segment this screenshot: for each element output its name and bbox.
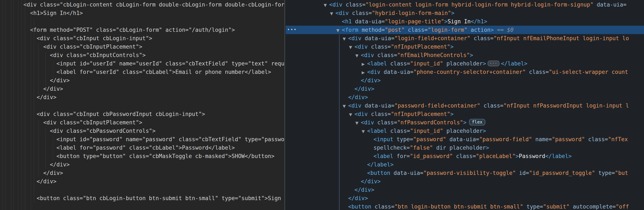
collapse-arrow-icon[interactable]: ▼ [330,9,336,18]
syntax-token-eq: = [605,136,608,142]
syntax-token-attr: placeholder [443,128,483,134]
dom-tree-row[interactable]: ▶<div data-uia="phone-country-selector+c… [286,68,644,76]
code-line [0,102,284,110]
syntax-token-tag: <div [354,44,368,50]
indent-guide [31,0,31,210]
syntax-token-attr: method [358,27,382,33]
show-more-icon[interactable]: ••• [287,26,297,34]
syntax-token-val: "hybrid-login-form-main" [372,10,451,16]
dom-tree-row[interactable]: <label for="id_password" class="placeLab… [286,152,644,160]
collapse-arrow-icon[interactable]: ▼ [349,110,354,119]
syntax-token-tag: > [463,119,466,126]
dom-tree-row[interactable]: ▼<div class="nfEmailPhoneControls"> [286,51,644,59]
syntax-token-eq: = [407,60,410,67]
syntax-token-attr: type [595,170,612,176]
syntax-token-tag: > [483,128,486,134]
dom-tree-row[interactable]: </div> [286,85,644,93]
dom-tree-row[interactable]: ▼<label class="input_id" placeholder> [286,127,644,135]
expand-arrow-icon[interactable]: ▶ [362,68,367,77]
dom-tree-row[interactable]: <button class="btn login-button btn-subm… [286,203,644,210]
dom-tree-row[interactable]: ▼<div class="nfInputPlacement"> [286,110,644,118]
syntax-token-tag: <div [348,35,362,41]
syntax-token-attr: data-uia [593,1,623,8]
syntax-token-tag: > [490,27,494,33]
dom-tree-row[interactable]: ▼<div class="nfInputPlacement"> [286,42,644,51]
syntax-token-val: "placeLabel" [476,153,516,159]
dom-tree-row[interactable]: </div> [286,186,644,194]
dom-tree-row[interactable]: </div> [286,177,644,186]
source-code-pane[interactable]: <div class="cbLogin-content cbLogin-form… [0,0,285,210]
dom-tree-row[interactable]: ▼<form method="post" class="login-form" … [286,26,644,34]
syntax-token-attr: name [532,136,548,142]
code-line: <input id="userId" name="userId" class="… [0,59,284,68]
dom-tree-row[interactable]: ▼<div class="login-content login-form hy… [286,0,644,9]
syntax-token-tag: </div> [348,94,368,100]
syntax-token-eq: = [420,170,423,176]
dom-tree-row[interactable]: spellcheck="false" dir placeholder> [286,143,644,152]
syntax-token-eq: = [382,18,385,25]
syntax-token-attr: data-uia [362,103,391,109]
code-line: <div class="cbInput cbLogin-input"> [0,34,284,42]
dom-tree-row[interactable]: ▼<div class="hybrid-login-form-main"> [286,9,644,17]
dom-tree-row[interactable]: </div> [286,93,644,102]
syntax-token-val: "password-field" [479,136,532,142]
syntax-token-tag: <div [329,1,342,8]
syntax-token-eq: = [369,10,372,16]
syntax-token-val: "login-field+container" [394,35,470,41]
dom-tree-row[interactable]: ▼<div data-uia="login-field+container" c… [286,34,644,42]
collapse-arrow-icon[interactable]: ▼ [355,119,361,127]
indent-spacer [286,158,374,158]
syntax-token-tag: </div> [354,86,374,92]
syntax-token-eq: = [473,153,476,159]
syntax-token-attr: class [349,10,369,16]
syntax-token-tag: </div> [348,195,368,201]
syntax-token-eq: = [391,103,394,109]
collapse-arrow-icon[interactable]: ▼ [362,127,367,135]
collapsed-content-icon[interactable]: ··· [488,61,500,66]
syntax-token-tag: > [516,153,519,159]
indent-spacer [286,183,361,183]
indent-spacer [286,124,355,124]
dom-tree-row[interactable]: <h1 data-uia="login-page-title">Sign In<… [286,17,644,26]
syntax-token-tag: <label [374,153,393,159]
collapse-arrow-icon[interactable]: ▼ [355,51,361,60]
dom-tree-row[interactable]: ▶<label class="input_id" placeholder>···… [286,59,644,68]
code-line: <h1>Sign In</h1> [0,9,284,17]
collapse-arrow-icon[interactable]: ▼ [336,26,342,34]
syntax-token-val: "btn login-button btn-submit btn-small" [394,204,523,210]
code-line: <form method="POST" class="cbLogin-form"… [0,26,284,34]
collapse-arrow-icon[interactable]: ▼ [324,1,329,9]
dom-tree-row[interactable]: <button data-uia="password-visibility-to… [286,169,644,177]
dom-tree-row[interactable]: </div> [286,76,644,85]
code-line [0,203,284,210]
code-line: <button type="button" class="cbMaskToggl… [0,152,284,160]
syntax-token-val: "password-field+container" [394,103,480,109]
flex-badge[interactable]: flex [469,119,485,125]
syntax-token-eq: = [540,204,543,210]
syntax-token-eq: = [391,35,394,41]
syntax-token-attr: for [393,153,406,159]
syntax-token-attr: autocomplete [570,204,612,210]
code-line: <div class="cbInput cbPasswordInput cbLo… [0,110,284,118]
syntax-token-attr: type [523,204,540,210]
syntax-token-val: "false" [410,145,433,151]
dom-inspector-pane[interactable]: ▼<div class="login-content login-form hy… [286,0,644,210]
indent-guide [38,119,38,177]
dom-tree-row[interactable]: </label> [286,160,644,169]
syntax-token-eq: = [382,27,385,33]
indent-guide [5,0,5,210]
indent-spacer [286,15,330,15]
collapse-arrow-icon[interactable]: ▼ [343,102,348,110]
syntax-token-attr: dir [433,145,446,151]
dom-tree-row[interactable]: <input type="password" data-uia="passwor… [286,135,644,143]
indent-guide [2,0,3,210]
collapse-arrow-icon[interactable]: ▼ [343,34,348,43]
dom-tree-row[interactable]: ▼<div data-uia="password-field+container… [286,102,644,110]
dom-tree-row[interactable]: ▼<div class="nfPasswordControls">flex [286,118,644,127]
indent-guide [14,0,14,210]
collapse-arrow-icon[interactable]: ▼ [349,43,354,51]
dom-tree-row[interactable]: </div> [286,194,644,203]
expand-arrow-icon[interactable]: ▶ [362,60,367,68]
syntax-token-tag: </div> [354,187,374,193]
syntax-token-tag: <button [367,170,390,176]
